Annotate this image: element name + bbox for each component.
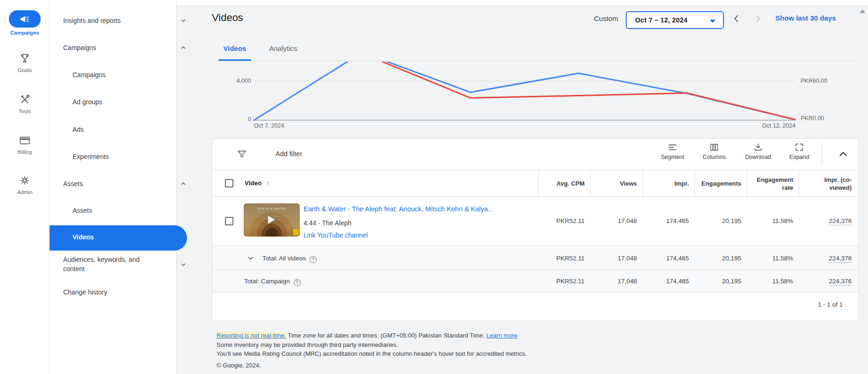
dropdown-caret-icon	[710, 20, 716, 23]
rail-item-goals[interactable]: Goals	[0, 52, 50, 73]
video-thumbnail[interactable]: EARTH & WATER	[244, 203, 300, 237]
cell-views: 17,048	[595, 217, 637, 224]
right-axis-tick-pkr60: PKR60.00	[801, 78, 827, 84]
total-cell-impr-coviewed[interactable]: 224,376	[803, 278, 852, 285]
column-header-engagements[interactable]: Engagements	[699, 170, 741, 197]
nav-item-audiences-keywords-content[interactable]: Audiences, keywords, and content	[63, 255, 161, 273]
chart-line-right	[254, 51, 795, 120]
row-checkbox[interactable]	[225, 217, 233, 225]
x-axis-label-start: Oct 7, 2024	[254, 122, 284, 129]
segment-button[interactable]: Segment	[654, 142, 691, 160]
help-icon[interactable]: ?	[310, 256, 317, 263]
video-title-link[interactable]: Earth & Water - The Aleph feat. Anouck, …	[304, 205, 519, 213]
total-cell-avg-cpm: PKR52.11	[543, 255, 585, 262]
campaigns-pill[interactable]	[9, 10, 41, 28]
cell-impr: 174,465	[647, 217, 689, 224]
learn-more-link[interactable]: Learn more	[486, 332, 517, 339]
table-header-row: Video ↑ Avg. CPM Views Impr. Engagements…	[212, 170, 858, 197]
megaphone-icon	[20, 14, 30, 24]
page-title: Videos	[212, 12, 243, 24]
reporting-not-realtime-link[interactable]: Reporting is not real-time.	[217, 332, 286, 339]
total-cell-impr: 174,465	[647, 255, 689, 262]
show-last-30-days-link[interactable]: Show last 30 days	[775, 14, 836, 22]
column-header-views[interactable]: Views	[595, 170, 637, 197]
column-header-engagement-rate[interactable]: Engagementrate	[752, 170, 793, 197]
rail-label-admin: Admin	[0, 189, 50, 195]
videos-table-card: Add filter Segment Columns Download Expa…	[212, 138, 859, 321]
cell-impr-coviewed[interactable]: 224,376	[803, 217, 852, 224]
rail-item-tools[interactable]: Tools	[0, 94, 50, 114]
play-icon	[268, 216, 275, 224]
total-campaign-row: Total: Campaign? PKR52.11 17,048 174,465…	[212, 270, 858, 293]
x-axis-label-end: Oct 12, 2024	[725, 122, 796, 129]
previous-period-button[interactable]	[731, 13, 742, 24]
thumbnail-badge	[293, 229, 298, 235]
trophy-icon	[19, 52, 31, 65]
cell-engagements: 20,195	[699, 217, 741, 224]
columns-button[interactable]: Columns	[695, 142, 733, 160]
total-all-videos-label: Total: All videos?	[262, 255, 317, 263]
column-header-video[interactable]: Video ↑	[245, 180, 269, 187]
right-axis-tick-pkr0: PKR0.00	[801, 115, 824, 122]
third-party-text: Some inventory may be provided through t…	[217, 340, 527, 350]
total-campaign-label: Total: Campaign?	[244, 278, 301, 286]
expand-total-chevron-icon[interactable]	[246, 254, 255, 262]
date-range-picker[interactable]: Oct 7 – 12, 2024	[626, 11, 724, 29]
y-axis-tick-4000: 4,000	[210, 78, 251, 84]
gear-icon	[19, 174, 31, 187]
copyright-text: © Google, 2024.	[217, 361, 527, 370]
date-range-type-label: Custom	[594, 14, 618, 22]
y-axis-tick-0: 0	[210, 116, 251, 122]
rail-item-admin[interactable]: Admin	[0, 174, 50, 195]
expand-icon	[781, 142, 818, 152]
nav-item-assets[interactable]: Assets	[72, 206, 92, 215]
footer: Reporting is not real-time. Time zone fo…	[217, 331, 527, 370]
help-icon[interactable]: ?	[294, 279, 301, 286]
date-range-value: Oct 7 – 12, 2024	[635, 16, 687, 24]
total-cell-engagements: 20,195	[699, 278, 741, 285]
tools-icon	[19, 94, 31, 106]
rail-item-billing[interactable]: Billing	[0, 134, 50, 155]
nav-item-campaigns-section[interactable]: Campaigns	[63, 43, 164, 52]
scroll-up-arrow-icon[interactable]	[860, 9, 865, 13]
nav-item-ads[interactable]: Ads	[72, 125, 84, 134]
nav-item-change-history[interactable]: Change history	[63, 288, 107, 297]
total-cell-impr-coviewed[interactable]: 224,376	[803, 255, 852, 262]
segment-icon	[654, 142, 691, 152]
collapse-table-button[interactable]	[837, 148, 851, 162]
select-all-checkbox[interactable]	[225, 179, 233, 187]
link-youtube-channel[interactable]: Link YouTube channel	[304, 231, 368, 239]
rail-label-campaigns: Campaigns	[0, 30, 50, 36]
column-header-impr[interactable]: Impr.	[647, 170, 689, 197]
video-table-row: EARTH & WATER Earth & Water - The Aleph …	[212, 197, 858, 246]
total-cell-engagement-rate: 11.58%	[752, 255, 793, 262]
credit-card-icon	[19, 134, 31, 146]
download-button[interactable]: Download	[739, 142, 777, 160]
thumbnail-caption: EARTH & WATER	[244, 207, 300, 210]
expand-button[interactable]: Expand	[781, 142, 818, 160]
total-cell-engagements: 20,195	[699, 255, 741, 262]
filter-funnel-icon[interactable]	[237, 149, 247, 159]
chevron-down-icon	[180, 261, 187, 268]
nav-item-ad-groups[interactable]: Ad groups	[72, 97, 102, 107]
chevron-down-icon	[180, 17, 187, 24]
next-period-button[interactable]	[752, 13, 763, 24]
nav-item-insights-and-reports[interactable]: Insights and reports	[63, 16, 164, 25]
total-cell-engagement-rate: 11.58%	[752, 278, 793, 285]
total-cell-impr: 174,465	[647, 278, 689, 285]
add-filter-button[interactable]: Add filter	[275, 150, 302, 158]
nav-item-experiments[interactable]: Experiments	[72, 152, 109, 161]
nav-item-campaigns[interactable]: Campaigns	[72, 70, 106, 79]
total-all-videos-row: Total: All videos? PKR52.11 17,048 174,4…	[212, 246, 858, 270]
topbar-divider	[177, 0, 868, 6]
nav-item-videos-selected[interactable]: Videos	[50, 225, 187, 251]
nav-panel: Insights and reports Campaigns Campaigns…	[50, 0, 177, 374]
sort-ascending-icon: ↑	[266, 180, 269, 187]
nav-item-assets-section[interactable]: Assets	[63, 179, 164, 188]
columns-icon	[695, 142, 733, 152]
column-header-avg-cpm[interactable]: Avg. CPM	[543, 170, 585, 197]
total-cell-avg-cpm: PKR52.11	[543, 278, 585, 285]
column-header-impr-coviewed[interactable]: Impr. (co-viewed)	[803, 170, 852, 197]
rail-label-billing: Billing	[0, 149, 50, 155]
timezone-text: Time zone for all dates and times: (GMT+…	[286, 332, 486, 339]
